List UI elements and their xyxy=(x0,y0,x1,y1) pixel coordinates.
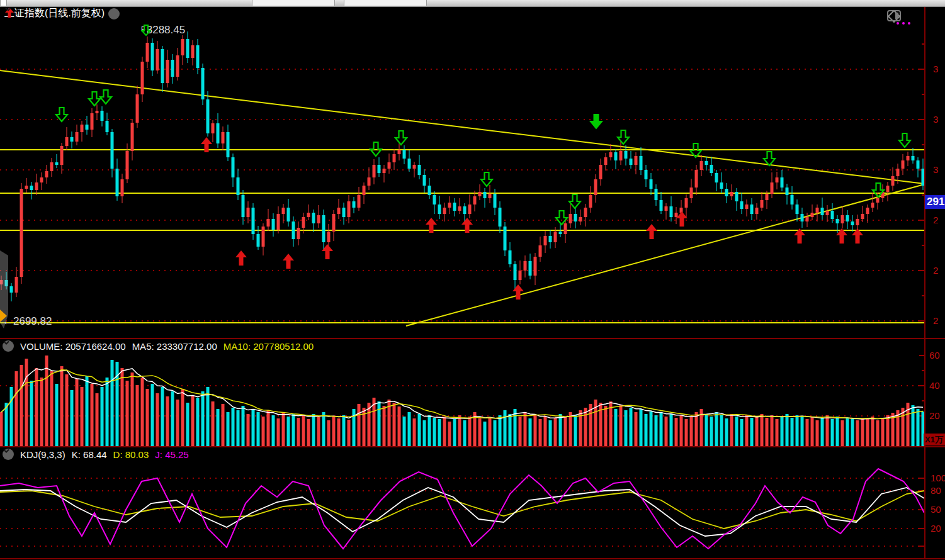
left-arrow-glyph: ← xyxy=(3,315,13,327)
magenta-dots-indicator xyxy=(897,22,910,25)
axis-label: 2 xyxy=(933,315,938,326)
chevron-down-icon xyxy=(3,449,10,454)
green-down-arrow-icon xyxy=(141,24,151,36)
volume-value: VOLUME: 205716624.00 xyxy=(20,341,126,352)
axis-label: 60 xyxy=(929,350,940,361)
kdj-j-value: J: 45.25 xyxy=(155,449,188,460)
axis-label: 2 xyxy=(933,265,938,276)
volume-ma5-value: MA5: 233307712.00 xyxy=(132,341,217,352)
axis-label: 80 xyxy=(931,485,941,496)
kdj-header: KDJ(9,3,3) K: 68.44 D: 80.03 J: 45.25 xyxy=(3,449,189,460)
peak-price-label: F 3288.45 xyxy=(141,24,185,36)
page-title: 上证指数(日线.前复权) xyxy=(4,7,105,20)
panel-layout-icon[interactable] xyxy=(886,9,902,23)
volume-multiplier-tag: X1万 xyxy=(924,434,945,445)
axis-label: 2 xyxy=(933,215,938,225)
chevron-down-icon xyxy=(4,7,12,12)
app-window: 上证指数(日线.前复权) F 3288.45 ←2699.82 VOLUME: … xyxy=(0,0,945,560)
axis-label: 40 xyxy=(929,380,940,391)
strip-segment xyxy=(344,0,427,6)
chart-title-row: 上证指数(日线.前复权) xyxy=(4,7,120,20)
volume-ma10-value: MA10: 207780512.00 xyxy=(224,341,314,352)
kdj-d-value: D: 80.03 xyxy=(113,449,149,460)
low-price-label: ←2699.82 xyxy=(3,315,52,328)
axis-label: 20 xyxy=(931,523,941,534)
volume-header: VOLUME: 205716624.00 MA5: 233307712.00 M… xyxy=(3,340,314,352)
strip-segment xyxy=(252,0,335,6)
axis-label: 3 xyxy=(933,114,938,125)
peak-price-value: 3288.45 xyxy=(147,24,185,36)
axis-label: 3 xyxy=(933,164,938,175)
axis-label: 50 xyxy=(931,504,941,515)
chart-canvas[interactable] xyxy=(0,0,945,560)
kdj-label: KDJ(9,3,3) xyxy=(20,449,65,460)
collapse-volume-button[interactable] xyxy=(3,340,14,352)
current-price-tag: 291 xyxy=(925,195,945,209)
collapse-main-button[interactable] xyxy=(108,8,120,20)
strip-segment xyxy=(0,0,7,6)
collapse-kdj-button[interactable] xyxy=(3,449,14,460)
axis-label: 100 xyxy=(931,473,945,483)
axis-label: 3 xyxy=(933,64,938,74)
window-top-strip xyxy=(0,0,945,7)
low-price-value: 2699.82 xyxy=(13,315,52,327)
kdj-k-value: K: 68.44 xyxy=(72,449,107,460)
chevron-down-icon xyxy=(3,340,10,345)
axis-label: 20 xyxy=(929,410,940,421)
chart-graphics xyxy=(0,0,945,560)
